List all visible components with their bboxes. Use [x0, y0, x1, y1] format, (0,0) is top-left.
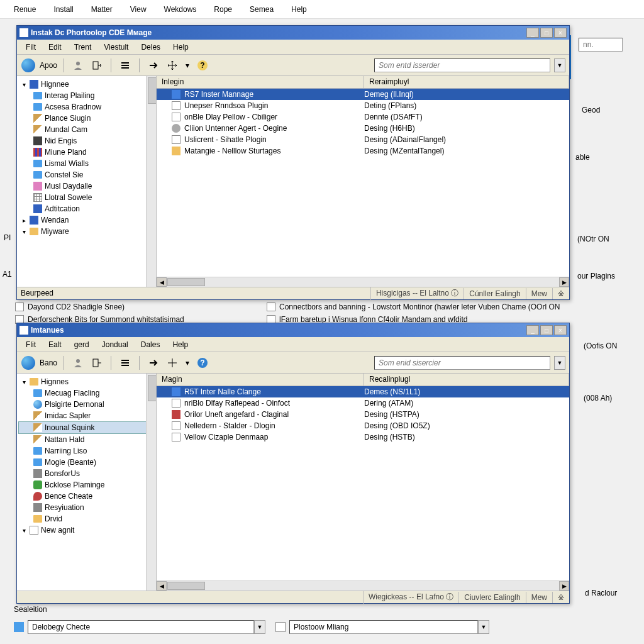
tree-item[interactable]: Narriing Liso	[18, 445, 155, 457]
menu-item[interactable]: View	[121, 3, 155, 16]
tree-root[interactable]: ▾New agnit	[18, 525, 155, 536]
search-dropdown[interactable]: ▼	[554, 58, 565, 72]
tree-item[interactable]: Nattan Hald	[18, 434, 155, 445]
help-button[interactable]: ?	[195, 58, 210, 73]
scroll-left-icon[interactable]: ◀	[157, 277, 167, 287]
bg-input[interactable]	[579, 38, 623, 52]
tree-item[interactable]: Constel Sie	[18, 169, 155, 180]
close-button[interactable]: ×	[554, 28, 567, 38]
dropdown-button[interactable]: ▾	[184, 355, 191, 370]
menu-item[interactable]: Ealt	[42, 338, 68, 351]
list-row[interactable]: onBle Dlay Pellow - CbiligerDennte (DSAf…	[157, 111, 569, 123]
bg-list-item[interactable]: Dayond CD2 Shadigle Snee)	[15, 303, 125, 311]
tree-item[interactable]: Musl Daydalle	[18, 180, 155, 192]
bottom-combo-1[interactable]: ▼	[14, 620, 265, 634]
combo-input[interactable]	[28, 620, 254, 634]
list-row[interactable]: Vellow Cizaple DenmaapDesing (HSTB)	[157, 431, 569, 443]
tree-item[interactable]: Inounal Squink	[18, 421, 155, 434]
tree-item[interactable]: Llotral Sowele	[18, 192, 155, 203]
menu-item[interactable]: Flit	[19, 338, 42, 351]
move-button[interactable]	[165, 355, 180, 370]
minimize-button[interactable]: _	[526, 325, 539, 335]
tree-item[interactable]: Mecuag Flacling	[18, 387, 155, 399]
exit-button[interactable]	[89, 355, 104, 370]
tree-item[interactable]: Imidac Sapler	[18, 410, 155, 421]
bg-search-field[interactable]	[579, 38, 623, 52]
tree-root[interactable]: ▸Wendan	[18, 214, 155, 226]
list-row[interactable]: Uslicrent - Sihatle PloginDesing (ADaina…	[157, 134, 569, 145]
tree-item[interactable]: Lismal Wialls	[18, 158, 155, 169]
menu-item[interactable]: Help	[167, 41, 195, 53]
list-row[interactable]: Matangie - Nelllow SturtagesDesing (MZen…	[157, 145, 569, 157]
list-button[interactable]	[118, 355, 133, 370]
exit-button[interactable]	[89, 58, 104, 73]
col-header[interactable]: Мagin	[157, 374, 364, 386]
tree-item[interactable]: Plance Siugin	[18, 113, 155, 124]
expand-icon[interactable]: ▸	[21, 217, 27, 223]
list-row[interactable]: RS7 Inster MannageDemeg (Il.Inql)	[157, 89, 569, 100]
menu-item[interactable]: Semea	[241, 3, 282, 16]
menu-item[interactable]: Deles	[135, 41, 167, 53]
tree-item[interactable]: Adtitcation	[18, 203, 155, 214]
tree-item[interactable]: Drvid	[18, 513, 155, 525]
user-button[interactable]	[70, 355, 86, 370]
close-button[interactable]: ×	[554, 325, 567, 335]
menu-item[interactable]: gerd	[68, 338, 96, 351]
search-input[interactable]	[374, 356, 550, 370]
scroll-thumb[interactable]	[167, 278, 205, 286]
scroll-left-icon[interactable]: ◀	[157, 581, 167, 591]
menu-item[interactable]: Rope	[205, 3, 241, 16]
col-header[interactable]: Inlegin	[157, 76, 364, 88]
status-cell[interactable]: Mew	[526, 592, 552, 603]
sidebar-scrollbar[interactable]	[146, 374, 156, 591]
list-row[interactable]: Orilor Uneft angefard - ClaginalDesing (…	[157, 409, 569, 420]
titlebar[interactable]: Instak Dc Phortoolop CDE Mмage _ □ ×	[17, 26, 569, 40]
tree-item[interactable]: Resyiuation	[18, 502, 155, 513]
status-button[interactable]: ※	[552, 288, 569, 299]
tree-root[interactable]: ▾Hignnee	[18, 79, 155, 90]
tree-item[interactable]: Bence Cheate	[18, 491, 155, 502]
tree-item[interactable]: Bcklose Plaminge	[18, 479, 155, 491]
list-button[interactable]	[118, 58, 133, 73]
menu-item[interactable]: Edit	[42, 41, 68, 53]
tree-root[interactable]: ▾Hignnes	[18, 376, 155, 387]
collapse-icon[interactable]: ▾	[21, 379, 27, 385]
menu-item[interactable]: Renue	[5, 3, 45, 16]
help-button[interactable]: ?	[195, 355, 210, 370]
tree-item[interactable]: Mogie (Beante)	[18, 457, 155, 468]
menu-item[interactable]: Filt	[19, 41, 42, 53]
forward-button[interactable]	[146, 58, 161, 73]
list-row[interactable]: R5T Inter Nalle ClangeDemes (NS/1L1)	[157, 386, 569, 397]
menu-item[interactable]: Wekdows	[155, 3, 206, 16]
tree-item[interactable]: Acsesa Bradnow	[18, 101, 155, 113]
titlebar[interactable]: Imtanues _ □ ×	[17, 323, 569, 337]
menu-item[interactable]: Help	[166, 338, 194, 351]
collapse-icon[interactable]: ▾	[21, 527, 27, 533]
menu-item[interactable]: Matter	[82, 3, 121, 16]
menu-item[interactable]: Install	[45, 3, 82, 16]
user-button[interactable]	[70, 58, 86, 73]
search-dropdown[interactable]: ▼	[554, 356, 565, 370]
tree-item[interactable]: Miune Pland	[18, 147, 155, 158]
combo-input[interactable]	[289, 620, 478, 634]
tree-root[interactable]: ▾Miyware	[18, 226, 155, 237]
status-button[interactable]: ※	[552, 592, 569, 603]
list-row[interactable]: Unepser Rnndsoa PluginDeting (FPlans)	[157, 100, 569, 111]
collapse-icon[interactable]: ▾	[21, 228, 27, 235]
sidebar-scrollbar[interactable]	[146, 76, 156, 287]
tree-item[interactable]: Interag Plailing	[18, 90, 155, 101]
col-header[interactable]: Recalinplugl	[364, 374, 569, 386]
tree-item[interactable]: Plsigirte Dernonal	[18, 399, 155, 410]
dropdown-button[interactable]: ▾	[184, 58, 191, 73]
maximize-button[interactable]: □	[540, 28, 553, 38]
h-scrollbar[interactable]: ◀▶	[157, 580, 569, 591]
chevron-down-icon[interactable]: ▼	[254, 620, 265, 634]
list-row[interactable]: nriBlo Dlfay Raflepead - OinfoctDering (…	[157, 397, 569, 409]
tree-item[interactable]: Mundal Cam	[18, 124, 155, 135]
move-button[interactable]	[165, 58, 180, 73]
scroll-thumb[interactable]	[167, 582, 205, 590]
home-button[interactable]	[21, 355, 36, 370]
tree-item[interactable]: BonsforUs	[18, 468, 155, 479]
menu-item[interactable]: Jondual	[96, 338, 135, 351]
menu-item[interactable]: Viestult	[97, 41, 135, 53]
